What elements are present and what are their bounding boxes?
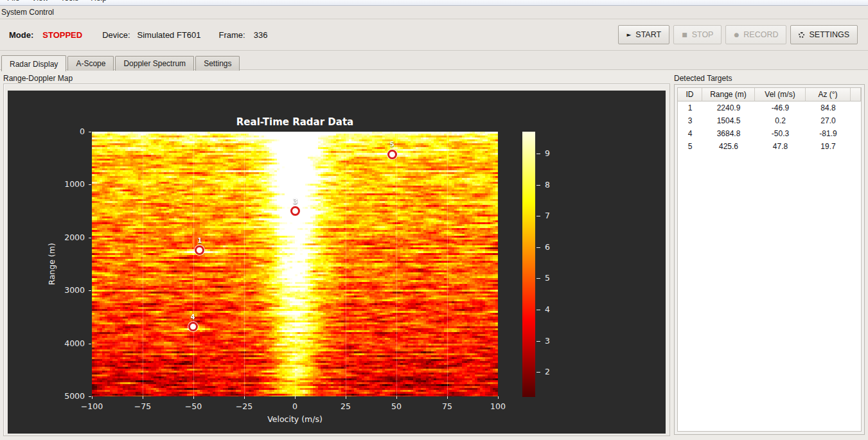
frame-value: 336 bbox=[254, 30, 268, 40]
x-tick-label: −75 bbox=[122, 401, 163, 411]
x-tick-mark bbox=[295, 396, 296, 399]
column-header-filler bbox=[851, 88, 861, 101]
target-marker-label: 5 bbox=[385, 141, 399, 148]
y-tick-label: 3000 bbox=[35, 285, 85, 295]
cell-range: 2240.9 bbox=[702, 101, 755, 114]
menu-item-help[interactable]: Help bbox=[85, 0, 114, 4]
menu-bar: FileViewToolsHelp bbox=[0, 0, 868, 6]
targets-table-header: IDRange (m)Vel (m/s)Az (°) bbox=[678, 88, 861, 101]
x-tick-label: 100 bbox=[477, 401, 518, 411]
record-button: ●RECORD bbox=[725, 25, 786, 44]
cell-vel: -46.9 bbox=[755, 101, 806, 114]
colorbar-tick-label: 7 bbox=[545, 211, 550, 220]
target-marker-label: 3 bbox=[288, 198, 303, 205]
table-row[interactable]: 31504.50.227.0 bbox=[678, 114, 861, 127]
x-tick-mark bbox=[498, 396, 499, 399]
cell-vel: 47.8 bbox=[755, 140, 806, 153]
column-header-vel[interactable]: Vel (m/s) bbox=[755, 88, 806, 101]
colorbar-tick-label: 9 bbox=[545, 148, 550, 158]
cell-az: -81.9 bbox=[806, 127, 851, 140]
stop-icon: ■ bbox=[682, 32, 687, 38]
stop-button: ■STOP bbox=[673, 25, 722, 44]
tab-a-scope[interactable]: A-Scope bbox=[67, 56, 114, 71]
colorbar-tick-mark bbox=[536, 216, 540, 216]
play-icon: ► bbox=[626, 32, 631, 38]
x-tick-mark bbox=[244, 396, 245, 399]
x-tick-mark bbox=[92, 396, 93, 399]
system-control-toolbar: Mode: STOPPED Device: Simulated FT601 Fr… bbox=[0, 19, 868, 51]
mode-value: STOPPED bbox=[42, 30, 82, 40]
y-tick-label: 5000 bbox=[35, 391, 85, 401]
menu-item-view[interactable]: View bbox=[26, 0, 55, 4]
record-button-label: RECORD bbox=[743, 30, 778, 39]
y-tick-label: 2000 bbox=[35, 233, 85, 242]
cell-az: 84.8 bbox=[806, 101, 851, 114]
radar-plot-panel: Real-Time Radar Data 1345 Velocity (m/s)… bbox=[8, 91, 666, 434]
record-icon: ● bbox=[734, 32, 739, 38]
gear-icon bbox=[799, 32, 804, 38]
device-value: Simulated FT601 bbox=[137, 30, 201, 40]
heatmap-canvas bbox=[92, 132, 498, 396]
settings-button-label: SETTINGS bbox=[809, 30, 849, 39]
table-row[interactable]: 43684.8-50.3-81.9 bbox=[678, 127, 861, 140]
column-header-id[interactable]: ID bbox=[678, 88, 702, 101]
colorbar-tick-label: 5 bbox=[545, 273, 550, 283]
colorbar bbox=[522, 132, 535, 397]
colorbar-tick-mark bbox=[536, 310, 540, 310]
y-tick-mark bbox=[89, 132, 91, 132]
settings-button[interactable]: SETTINGS bbox=[790, 25, 858, 44]
colorbar-tick-label: 6 bbox=[545, 242, 550, 252]
colorbar-tick-mark bbox=[536, 185, 540, 186]
colorbar-tick-label: 3 bbox=[545, 336, 550, 346]
colorbar-tick-mark bbox=[536, 372, 540, 373]
detected-targets-groupbox: IDRange (m)Vel (m/s)Az (°) 12240.9-46.98… bbox=[674, 84, 865, 435]
target-marker-label: 4 bbox=[186, 313, 200, 321]
colorbar-tick-label: 2 bbox=[545, 367, 550, 376]
table-row[interactable]: 5425.647.819.7 bbox=[678, 140, 861, 153]
start-button[interactable]: ►START bbox=[618, 25, 669, 44]
cell-range: 3684.8 bbox=[702, 127, 755, 140]
range-doppler-heatmap: 1345 bbox=[92, 132, 498, 396]
cell-id: 1 bbox=[678, 101, 702, 114]
x-tick-label: 0 bbox=[274, 401, 315, 411]
x-tick-label: −50 bbox=[173, 401, 214, 411]
tab-settings[interactable]: Settings bbox=[195, 56, 240, 71]
target-marker bbox=[387, 150, 397, 159]
colorbar-tick-mark bbox=[536, 278, 540, 279]
tab-radar-display[interactable]: Radar Display bbox=[1, 55, 66, 71]
x-axis-label: Velocity (m/s) bbox=[92, 414, 498, 424]
cell-id: 3 bbox=[678, 114, 702, 127]
column-header-az[interactable]: Az (°) bbox=[806, 88, 851, 101]
colorbar-tick-label: 4 bbox=[545, 304, 550, 314]
colorbar-tick-mark bbox=[536, 341, 540, 342]
x-tick-label: −100 bbox=[71, 401, 112, 411]
frame-label: Frame: bbox=[219, 30, 245, 40]
cell-az: 27.0 bbox=[806, 114, 851, 127]
colorbar-tick-mark bbox=[536, 247, 540, 248]
table-row[interactable]: 12240.9-46.984.8 bbox=[678, 101, 861, 114]
tab-doppler-spectrum[interactable]: Doppler Spectrum bbox=[115, 56, 194, 71]
cell-range: 425.6 bbox=[702, 140, 755, 153]
detected-targets-caption: Detected Targets bbox=[674, 74, 732, 83]
cell-id: 4 bbox=[678, 127, 702, 140]
x-tick-mark bbox=[346, 396, 346, 399]
targets-table: IDRange (m)Vel (m/s)Az (°) 12240.9-46.98… bbox=[677, 87, 862, 432]
y-tick-label: 4000 bbox=[35, 339, 85, 348]
y-axis-label: Range (m) bbox=[47, 243, 57, 285]
menu-item-tools[interactable]: Tools bbox=[55, 0, 85, 4]
y-tick-mark bbox=[89, 184, 91, 185]
column-header-range[interactable]: Range (m) bbox=[702, 88, 755, 101]
x-tick-label: 50 bbox=[376, 401, 417, 411]
start-button-label: START bbox=[635, 30, 661, 39]
y-tick-mark bbox=[89, 396, 91, 397]
colorbar-tick-label: 8 bbox=[545, 180, 550, 189]
cell-vel: -50.3 bbox=[755, 127, 806, 140]
y-tick-mark bbox=[89, 290, 91, 291]
x-tick-mark bbox=[143, 396, 143, 399]
x-tick-mark bbox=[447, 396, 448, 399]
device-label: Device: bbox=[102, 30, 130, 40]
x-tick-mark bbox=[396, 396, 397, 399]
x-tick-mark bbox=[193, 396, 194, 399]
y-tick-mark bbox=[89, 344, 91, 344]
menu-item-file[interactable]: File bbox=[2, 0, 26, 4]
